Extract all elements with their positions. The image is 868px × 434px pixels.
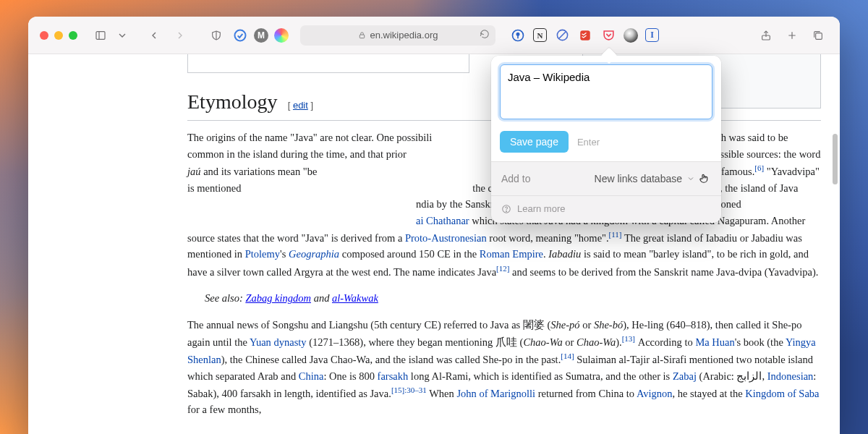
rainbow-extension-icon[interactable] <box>274 28 289 43</box>
ref-link[interactable]: [11] <box>609 230 622 239</box>
share-icon[interactable] <box>756 25 776 46</box>
instapaper-extension-icon[interactable]: I <box>645 28 659 42</box>
svg-rect-4 <box>359 35 364 38</box>
paragraph: The annual news of Songshu and Liangshu … <box>187 317 821 418</box>
new-tab-icon[interactable] <box>782 25 802 46</box>
m-extension-icon[interactable]: M <box>254 28 268 43</box>
link-roman-empire[interactable]: Roman Empire <box>480 248 543 260</box>
checkmark-extension-icon[interactable] <box>232 27 248 43</box>
ref-link[interactable]: [14] <box>561 352 574 360</box>
link-zabag[interactable]: Zabag kingdom <box>245 292 311 304</box>
pocket-extension-icon[interactable] <box>600 27 616 43</box>
svg-point-16 <box>506 210 507 211</box>
toolbar: M en.wikipedia.org N <box>28 17 840 54</box>
sidebar-dropdown-icon[interactable] <box>116 25 128 46</box>
window-controls <box>40 31 77 40</box>
svg-point-3 <box>235 30 246 41</box>
block-extension-icon[interactable] <box>554 27 570 43</box>
link-indonesian[interactable]: Indonesian <box>767 370 814 382</box>
ref-link[interactable]: [15]:30–31 <box>391 386 427 394</box>
svg-rect-14 <box>816 33 822 39</box>
ref-link[interactable]: [13] <box>622 334 635 343</box>
link-kingdom-of-saba[interactable]: Kingdom of Saba <box>745 388 819 399</box>
sidebar-toggle-icon[interactable] <box>90 25 111 46</box>
ref-link[interactable]: [6] <box>754 163 764 172</box>
edit-section-link[interactable]: edit <box>293 100 308 111</box>
link-geographia[interactable]: Geographia <box>289 248 339 260</box>
forward-button <box>170 25 190 46</box>
close-window[interactable] <box>40 31 48 40</box>
privacy-shield-icon[interactable] <box>206 25 226 46</box>
extensions-strip: N I <box>510 27 659 43</box>
link-avignon[interactable]: Avignon <box>637 388 673 399</box>
notion-extension-icon[interactable]: N <box>533 28 547 42</box>
cursor-hand-icon <box>698 172 711 185</box>
link-zabaj[interactable]: Zabaj <box>673 370 697 382</box>
toc-box[interactable] <box>187 54 469 73</box>
svg-point-6 <box>516 33 519 35</box>
onepassword-extension-icon[interactable] <box>510 27 526 43</box>
address-text: en.wikipedia.org <box>370 30 438 41</box>
address-bar[interactable]: en.wikipedia.org <box>300 25 495 46</box>
link-proto-austronesian[interactable]: Proto-Austronesian <box>405 232 487 244</box>
enter-hint: Enter <box>577 137 600 148</box>
zoom-window[interactable] <box>69 31 77 40</box>
ref-link[interactable]: [12] <box>496 264 509 273</box>
link-ma-huan[interactable]: Ma Huan <box>695 336 734 348</box>
svg-rect-10 <box>580 30 590 41</box>
link-marignolli[interactable]: John of Marignolli <box>456 388 535 399</box>
svg-line-9 <box>558 32 566 39</box>
page-title-input[interactable] <box>500 64 712 119</box>
add-to-label: Add to <box>501 173 530 184</box>
help-icon <box>501 204 511 214</box>
browser-window: M en.wikipedia.org N <box>28 17 840 434</box>
chevron-down-icon <box>686 174 695 183</box>
minimize-window[interactable] <box>54 31 63 40</box>
eagle-extension-icon[interactable] <box>624 28 638 43</box>
lock-icon <box>358 31 366 39</box>
reload-icon[interactable] <box>480 29 490 42</box>
link-china[interactable]: China <box>299 370 324 382</box>
scrollbar-thumb[interactable] <box>833 134 838 184</box>
back-button[interactable] <box>144 25 164 46</box>
link-chathanar[interactable]: ai Chathanar <box>416 215 469 226</box>
link-farsakh[interactable]: farsakh <box>378 370 409 382</box>
link-ptolemy[interactable]: Ptolemy <box>245 248 280 260</box>
save-page-button[interactable]: Save page <box>500 131 569 153</box>
learn-more-link[interactable]: Learn more <box>517 203 565 214</box>
see-also: See also: Zabag kingdom and al-Wakwak <box>187 290 821 306</box>
link-alwakwak[interactable]: al-Wakwak <box>332 292 378 304</box>
svg-rect-0 <box>96 31 105 39</box>
todoist-extension-icon[interactable] <box>577 27 593 43</box>
tabs-overview-icon[interactable] <box>808 25 828 46</box>
notion-save-popover: Save page Enter Add to New links databas… <box>491 56 721 223</box>
destination-picker[interactable]: New links database <box>595 172 711 185</box>
link-yuan-dynasty[interactable]: Yuan dynasty <box>250 336 307 348</box>
